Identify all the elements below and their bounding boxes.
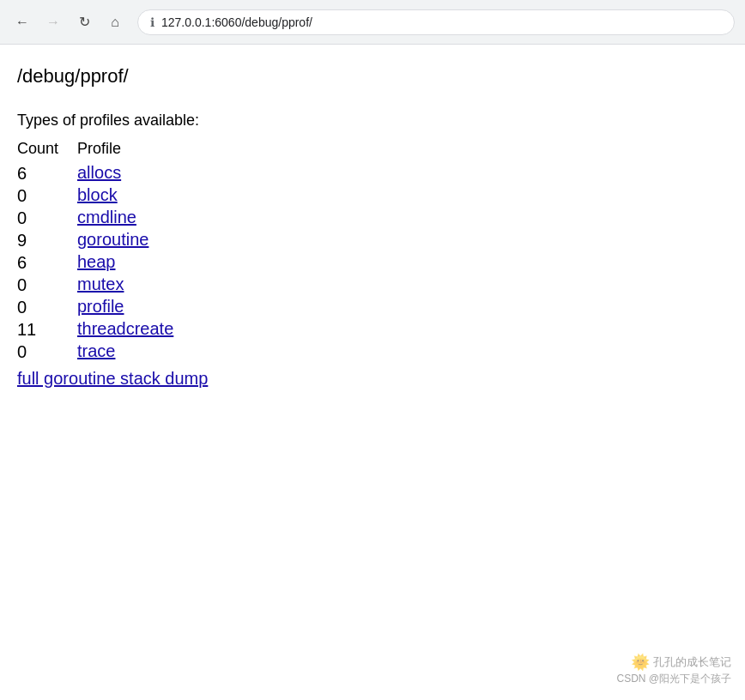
table-row: 0mutex [17, 275, 728, 295]
table-row: 0profile [17, 297, 728, 317]
profiles-list: 6allocs0block0cmdline9goroutine6heap0mut… [17, 163, 728, 362]
watermark-line2: CSDN @阳光下是个孩子 [616, 672, 731, 686]
watermark-icon: 🌞 [631, 653, 650, 672]
profile-name: profile [77, 297, 124, 317]
watermark-line1: 孔孔的成长笔记 [653, 655, 731, 670]
profile-name: goroutine [77, 230, 148, 250]
profile-name: trace [77, 341, 115, 362]
address-text: 127.0.0.1:6060/debug/pprof/ [161, 15, 312, 29]
reload-button[interactable]: ↻ [72, 10, 96, 34]
table-row: 0cmdline [17, 208, 728, 228]
profile-name: mutex [77, 275, 124, 295]
profile-name: cmdline [77, 208, 136, 228]
profile-count: 0 [17, 186, 77, 206]
profile-link-mutex[interactable]: mutex [77, 275, 124, 293]
page-title: /debug/pprof/ [17, 65, 728, 88]
profile-name: allocs [77, 163, 121, 184]
profile-link-allocs[interactable]: allocs [77, 163, 121, 182]
table-row: 0trace [17, 341, 728, 362]
watermark-top: 🌞 孔孔的成长笔记 [631, 653, 731, 672]
watermark: 🌞 孔孔的成长笔记 CSDN @阳光下是个孩子 [616, 653, 731, 686]
nav-buttons: ← → ↻ ⌂ [10, 10, 127, 34]
profile-name: heap [77, 252, 116, 273]
page-content: /debug/pprof/ Types of profiles availabl… [0, 45, 745, 409]
table-row: 0block [17, 185, 728, 206]
table-header: Count Profile [17, 140, 728, 158]
profile-link-profile[interactable]: profile [77, 297, 124, 316]
profile-column-header: Profile [77, 140, 121, 158]
profile-link-block[interactable]: block [77, 185, 118, 204]
profile-count: 0 [17, 342, 77, 362]
address-bar[interactable]: ℹ 127.0.0.1:6060/debug/pprof/ [137, 9, 735, 35]
profile-count: 6 [17, 253, 77, 273]
profile-count: 0 [17, 275, 77, 295]
count-column-header: Count [17, 140, 77, 158]
profile-count: 11 [17, 320, 77, 340]
table-row: 9goroutine [17, 230, 728, 250]
home-button[interactable]: ⌂ [103, 10, 127, 34]
table-row: 11threadcreate [17, 319, 728, 340]
profile-count: 0 [17, 208, 77, 228]
full-goroutine-link[interactable]: full goroutine stack dump [17, 369, 208, 388]
full-goroutine-link-container: full goroutine stack dump [17, 369, 728, 389]
back-button[interactable]: ← [10, 10, 34, 34]
profile-link-threadcreate[interactable]: threadcreate [77, 319, 173, 338]
info-icon: ℹ [150, 15, 154, 29]
profile-name: threadcreate [77, 319, 173, 340]
table-row: 6allocs [17, 163, 728, 184]
profiles-heading: Types of profiles available: [17, 112, 728, 130]
forward-button[interactable]: → [41, 10, 65, 34]
profile-link-goroutine[interactable]: goroutine [77, 230, 148, 249]
profile-count: 6 [17, 164, 77, 184]
profile-count: 0 [17, 298, 77, 317]
profile-link-heap[interactable]: heap [77, 252, 116, 271]
table-row: 6heap [17, 252, 728, 273]
browser-toolbar: ← → ↻ ⌂ ℹ 127.0.0.1:6060/debug/pprof/ [0, 0, 745, 45]
profile-link-trace[interactable]: trace [77, 341, 115, 360]
profile-count: 9 [17, 231, 77, 250]
profile-link-cmdline[interactable]: cmdline [77, 208, 136, 226]
profile-name: block [77, 185, 118, 206]
